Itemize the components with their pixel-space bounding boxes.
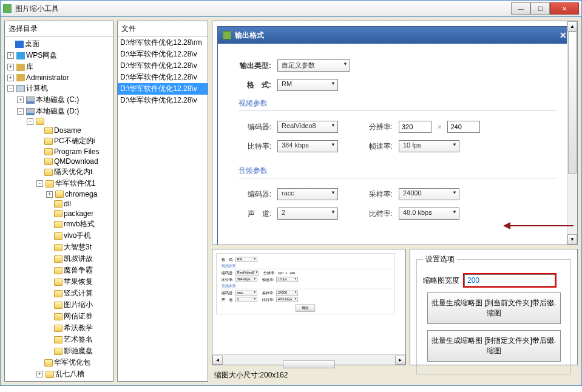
thumbnail-width-input[interactable] [464,274,555,286]
expand-icon[interactable]: + [7,75,14,81]
tree-item[interactable]: 凯叔讲故 [5,253,113,265]
preview-horizontal-scrollbar[interactable]: ◄ ► [212,354,405,365]
minimize-button[interactable]: — [511,2,530,15]
tree-item[interactable]: 隔天优化内t [5,166,113,178]
resolution-height-input[interactable] [447,121,480,133]
maximize-button[interactable]: ☐ [530,2,550,15]
tree-item[interactable]: -本地磁盘 (D:) [5,106,113,117]
tree-item[interactable]: PC不确定的i [5,135,113,147]
tree-item-label: QMDownload [54,157,98,166]
tree-item[interactable]: 网信证券 [5,311,113,322]
arrow-annotation-icon [507,225,574,226]
folder-icon [54,255,63,263]
expand-icon[interactable]: - [7,85,14,92]
folder-icon [54,232,63,240]
scroll-down-icon[interactable]: ▼ [567,234,577,245]
tree-item[interactable]: packager [5,209,113,218]
tree-item[interactable]: dll [5,199,113,209]
tree-item-label: PC不确定的i [54,136,95,146]
tree-item-label: 每日下载 [55,380,84,381]
video-section-label: 视频参数 [239,98,557,111]
tree-item[interactable]: - [5,117,113,126]
file-item[interactable]: D:\华军软件优化12.28\v [118,72,208,83]
tree-item[interactable]: Program Files [5,147,113,157]
tree-item-label: 库 [26,62,33,72]
audio-encoder-select[interactable]: racc [277,188,338,200]
tree-item-label: 本地磁盘 (D:) [36,106,79,117]
audio-bitrate-select[interactable]: 48.0 kbps [399,208,459,220]
audio-channel-label: 声 道: [232,209,271,219]
resolution-width-input[interactable] [399,121,431,133]
tree-item[interactable]: 竖式计算 [5,288,113,299]
folder-icon [54,221,63,228]
folder-icon [15,41,24,48]
tree-item[interactable]: 图片缩小 [5,299,113,311]
scroll-left-icon[interactable]: ◄ [212,356,223,365]
tree-item[interactable]: QMDownload [5,157,113,166]
tree-item[interactable]: +WPS网盘 [5,50,113,61]
tree-item[interactable]: 苹果恢复 [5,276,113,288]
tree-item[interactable]: -华军软件优1 [5,178,113,189]
tree-item[interactable]: +每日下载 [5,380,113,381]
expand-icon[interactable]: - [36,180,43,187]
tree-item[interactable]: 影驰魔盘 [5,345,113,357]
scroll-thumb[interactable] [568,32,577,174]
tree-item-label: 竖式计算 [64,288,93,299]
preview-scroll-thumb[interactable] [283,360,334,368]
file-item[interactable]: D:\华军软件优化12.28\v [118,49,208,60]
tree-item[interactable]: rmvb格式 [5,218,113,230]
dialog-body: 输出类型: 自定义参数 格 式: RM 视频参数 编码器: RealVideo8 [218,44,572,245]
tree-item-label: 艺术签名 [64,334,93,345]
dialog-close-icon[interactable]: ✕ [560,30,567,40]
tree-item[interactable]: +本地磁盘 (C:) [5,94,113,106]
folder-icon [54,302,63,309]
expand-icon[interactable]: + [17,96,24,103]
folder-icon [26,108,35,115]
tree-item[interactable]: +乱七八糟 [5,368,113,380]
vertical-scrollbar[interactable]: ▲ ▼ [567,21,577,245]
tree-item[interactable]: 华军优化包 [5,357,113,368]
tree-item[interactable]: 艺术签名 [5,334,113,345]
close-button[interactable]: ✕ [550,2,579,15]
batch-target-folder-button[interactable]: 批量生成缩略图 [到指定文件夹]带后缀.缩图 [427,330,561,362]
file-item[interactable]: D:\华军软件优化12.28\v [118,95,208,106]
video-encoder-select[interactable]: RealVideo8 [277,121,338,133]
expand-icon[interactable]: + [7,64,14,70]
file-item[interactable]: D:\华军软件优化12.28\v [118,83,208,95]
expand-icon[interactable]: + [7,52,14,59]
folder-icon [54,200,63,208]
tree-item[interactable]: 魔兽争霸 [5,265,113,276]
sample-rate-select[interactable]: 24000 [399,188,459,200]
folder-tree[interactable]: 桌面+WPS网盘+库+Administrator-计算机+本地磁盘 (C:)-本… [5,37,113,381]
video-bitrate-select[interactable]: 384 kbps [277,140,338,152]
batch-current-folder-button[interactable]: 批量生成缩略图 [到当前文件夹]带后缀.缩图 [427,292,561,324]
scroll-right-icon[interactable]: ► [395,356,405,365]
tree-item-label: WPS网盘 [26,50,57,61]
tree-item-label: 华军优化包 [54,357,90,368]
tree-item-label: dll [64,200,71,208]
file-item[interactable]: D:\华军软件优化12.28\v [118,60,208,72]
audio-encoder-label: 编码器: [232,189,271,200]
expand-icon[interactable]: + [46,191,53,198]
tree-item[interactable]: -计算机 [5,83,113,94]
tree-item[interactable]: 桌面 [5,38,113,50]
expand-icon[interactable]: + [36,371,43,377]
tree-item[interactable]: 大智慧3t [5,242,113,253]
tree-item[interactable]: 希沃教学 [5,322,113,334]
file-item[interactable]: D:\华军软件优化12.28\rm [118,37,208,49]
tree-item[interactable]: +Administrator [5,73,113,83]
fps-select[interactable]: 10 fps [399,140,459,152]
expand-icon[interactable]: - [27,118,33,125]
file-list-panel: 文件 D:\华军软件优化12.28\rmD:\华军软件优化12.28\vD:\华… [117,21,208,382]
output-type-select[interactable]: 自定义参数 [277,59,350,72]
tree-item[interactable]: Dosame [5,126,113,135]
scroll-up-icon[interactable]: ▲ [567,21,577,32]
format-select[interactable]: RM [277,79,338,91]
tree-item[interactable]: vivo手机 [5,230,113,242]
expand-icon[interactable]: - [17,108,24,115]
tree-item[interactable]: +chromega [5,189,113,199]
dialog-title: 输出格式 [235,30,560,41]
audio-channel-select[interactable]: 2 [277,208,338,220]
tree-item[interactable]: +库 [5,61,113,73]
file-list[interactable]: D:\华军软件优化12.28\rmD:\华军软件优化12.28\vD:\华军软件… [118,37,208,381]
